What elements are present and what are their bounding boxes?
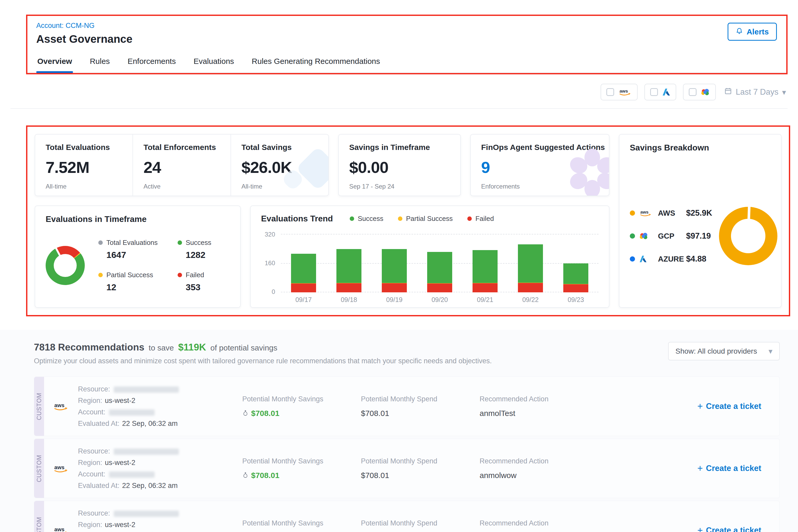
bar-segment-failed — [382, 283, 407, 292]
gcp-checkbox[interactable] — [689, 88, 697, 96]
trend-x-tick: 09/21 — [462, 296, 508, 304]
potential-monthly-savings: Potential Monthly Savings $708.01 — [242, 395, 361, 418]
trend-bar-09/21 — [473, 234, 498, 292]
card-title: Savings Breakdown — [630, 143, 771, 153]
action-label: Recommended Action — [480, 457, 652, 465]
page-title: Asset Governance — [36, 33, 777, 45]
evaluated-label: Evaluated At: — [78, 420, 119, 428]
recommendation-row[interactable]: CUSTOM aws Resource: Region:us-west-2 Ac… — [34, 501, 780, 532]
stat-title: Total Evaluations — [46, 143, 122, 152]
flower-decoration — [566, 147, 609, 196]
tab-rules-generating-recommendations[interactable]: Rules Generating Recommendations — [251, 52, 381, 73]
spend-value: $708.01 — [361, 471, 480, 480]
breakdown-dot — [630, 210, 635, 216]
legend-item-total-evaluations: Total Evaluations 1647 — [98, 239, 161, 260]
y-tick: 0 — [272, 288, 275, 296]
recommendation-row[interactable]: CUSTOM aws Resource: Region:us-west-2 Ac… — [34, 439, 780, 498]
recommendations-to-save: to save — [149, 343, 174, 352]
stat-value: $0.00 — [349, 158, 450, 176]
cloud-provider-filter-select[interactable]: Show: All cloud providers ▾ — [668, 342, 780, 360]
recommendation-details: Resource: Region:us-west-2 Account: Eval… — [78, 445, 242, 491]
aws-icon: aws — [44, 402, 78, 411]
breakdown-item-aws: aws AWS $25.9K — [630, 208, 712, 218]
trend-x-tick: 09/22 — [508, 296, 553, 304]
date-range-select[interactable]: Last 7 Days ▾ — [723, 87, 787, 97]
recommendations-suffix: of potential savings — [210, 343, 278, 352]
provider-filter-aws[interactable]: aws — [601, 84, 638, 100]
trend-bar-09/18 — [337, 234, 361, 292]
custom-tag: CUSTOM — [34, 439, 44, 498]
potential-monthly-spend: Potential Monthly Spend $708.01 — [361, 519, 480, 532]
tab-overview[interactable]: Overview — [36, 52, 73, 73]
recommendations-title: 7818 Recommendations to save $119K of po… — [34, 342, 492, 353]
create-ticket-button[interactable]: + Create a ticket — [697, 401, 761, 412]
alerts-label: Alerts — [747, 27, 769, 36]
provider-filter-gcp[interactable] — [683, 84, 716, 100]
evaluated-value: 22 Sep, 06:32 am — [122, 482, 177, 490]
money-bag-icon — [242, 409, 249, 418]
recommendations-subtitle: Optimize your cloud assets and minimize … — [34, 357, 492, 365]
trend-x-tick: 09/20 — [417, 296, 462, 304]
totals-card: Total Evaluations 7.52M All-time Total E… — [35, 134, 329, 196]
recommendations-section: 7818 Recommendations to save $119K of po… — [0, 330, 798, 532]
legend-value: 1282 — [186, 250, 230, 260]
create-ticket-button[interactable]: + Create a ticket — [697, 463, 761, 474]
trend-y-axis: 320 160 0 — [261, 234, 281, 292]
trend-bar-group — [553, 234, 598, 292]
plus-icon: + — [697, 525, 703, 532]
header-top: Account: CCM-NG Asset Governance Alerts — [27, 22, 786, 45]
create-ticket-label: Create a ticket — [706, 464, 761, 473]
redacted-resource-value — [114, 511, 179, 517]
evaluations-trend-card: Evaluations Trend Success Partial Succes… — [250, 206, 609, 308]
provider-filter-azure[interactable] — [644, 84, 676, 100]
breakdown-item-gcp: GCP $97.19 — [630, 231, 712, 241]
redacted-resource-value — [114, 449, 179, 455]
account-link[interactable]: Account: CCM-NG — [36, 22, 95, 30]
stat-caption: Active — [144, 183, 220, 190]
legend-dot — [398, 216, 402, 221]
azure-icon — [639, 255, 654, 263]
tab-enforcements[interactable]: Enforcements — [127, 52, 177, 73]
recommendation-row[interactable]: CUSTOM aws Resource: Region:us-west-2 Ac… — [34, 377, 780, 436]
trend-bar-group — [508, 234, 553, 292]
evaluated-value: 22 Sep, 06:32 am — [122, 420, 177, 428]
svg-text:aws: aws — [54, 526, 64, 532]
bar-segment-success — [291, 254, 316, 283]
legend-item-partial-success: Partial Success — [398, 215, 453, 223]
legend-label: Partial Success — [406, 215, 453, 223]
breakdown-dot — [630, 256, 635, 262]
trend-bar-group — [372, 234, 417, 292]
action-label: Recommended Action — [480, 519, 652, 527]
legend-dot — [467, 216, 472, 221]
recommendation-details: Resource: Region:us-west-2 Account: Eval… — [78, 383, 242, 429]
savings-value: $708.01 — [251, 471, 279, 480]
total-savings-stat: Total Savings $26.0K All-time — [230, 135, 328, 195]
bar-segment-success — [427, 252, 452, 283]
redacted-resource-value — [114, 386, 179, 393]
region-label: Region: — [78, 459, 102, 467]
card-title: Evaluations in Timeframe — [46, 214, 230, 224]
legend-label: Failed — [186, 271, 204, 279]
potential-monthly-spend: Potential Monthly Spend $708.01 — [361, 457, 480, 480]
potential-monthly-savings: Potential Monthly Savings $708.01 — [242, 519, 361, 532]
recommendation-details: Resource: Region:us-west-2 Account: Eval… — [78, 508, 242, 532]
savings-donut — [719, 207, 777, 265]
region-value: us-west-2 — [105, 397, 135, 404]
bar-segment-success — [382, 249, 407, 283]
bar-segment-failed — [518, 283, 543, 292]
tab-evaluations[interactable]: Evaluations — [192, 52, 235, 73]
create-ticket-button[interactable]: + Create a ticket — [697, 525, 761, 532]
evaluated-label: Evaluated At: — [78, 482, 119, 490]
trend-plot — [281, 234, 598, 292]
recommendations-header: 7818 Recommendations to save $119K of po… — [34, 342, 780, 365]
legend-label: Total Evaluations — [107, 239, 158, 247]
tab-rules[interactable]: Rules — [89, 52, 111, 73]
alerts-button[interactable]: Alerts — [727, 23, 777, 41]
total-enforcements-stat: Total Enforcements 24 Active — [132, 135, 230, 195]
aws-checkbox[interactable] — [606, 88, 614, 96]
stat-caption: Sep 17 - Sep 24 — [349, 183, 450, 190]
legend-value: 1647 — [107, 250, 161, 260]
donut-hole — [731, 219, 765, 253]
azure-checkbox[interactable] — [650, 88, 658, 96]
trend-bar-09/22 — [518, 234, 543, 292]
